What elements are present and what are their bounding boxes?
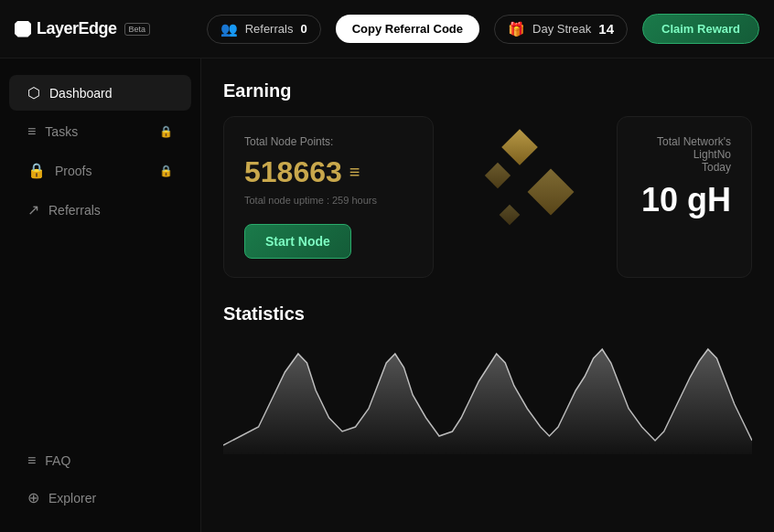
main-content: Earning Total Node Points: 518663 ≡ Tota… <box>201 59 774 532</box>
streak-icon: 🎁 <box>508 21 525 37</box>
diamond-2 <box>485 163 511 188</box>
logo-icon <box>15 21 31 37</box>
sidebar-item-faq[interactable]: ≡ FAQ <box>9 443 191 478</box>
referrals-label: Referrals <box>245 22 294 36</box>
tasks-lock-icon: 🔒 <box>159 125 173 138</box>
referrals-nav-icon: ↗ <box>27 201 39 218</box>
network-value: 10 gH <box>641 181 731 219</box>
layout: ⬡ Dashboard ≡ Tasks 🔒 🔒 Proofs 🔒 ↗ Refer… <box>0 59 774 532</box>
earning-points-value: 518663 ≡ <box>244 155 413 189</box>
beta-badge: Beta <box>124 23 151 36</box>
chart-svg <box>223 335 752 454</box>
referrals-icon: 👥 <box>220 21 238 37</box>
proofs-icon: 🔒 <box>27 162 46 179</box>
diamond-3 <box>528 169 575 216</box>
sidebar-label-dashboard: Dashboard <box>49 86 113 101</box>
streak-count: 14 <box>598 21 614 37</box>
sidebar-label-faq: FAQ <box>45 453 70 468</box>
streak-pill: 🎁 Day Streak 14 <box>494 15 628 44</box>
earning-card: Total Node Points: 518663 ≡ Total node u… <box>223 116 434 278</box>
animation-area <box>452 116 598 244</box>
streak-label: Day Streak <box>532 22 591 36</box>
total-points-label: Total Node Points: <box>244 135 413 148</box>
sidebar: ⬡ Dashboard ≡ Tasks 🔒 🔒 Proofs 🔒 ↗ Refer… <box>0 59 201 532</box>
referrals-count: 0 <box>300 22 306 36</box>
network-panel: Total Network's LightNo Today 10 gH <box>617 116 752 278</box>
tasks-icon: ≡ <box>27 123 36 140</box>
uptime-label: Total node uptime : 259 hours <box>244 195 413 206</box>
diamond-4 <box>500 205 521 226</box>
statistics-section: Statistics <box>223 303 752 454</box>
sidebar-item-tasks[interactable]: ≡ Tasks 🔒 <box>9 114 191 149</box>
proofs-lock-icon: 🔒 <box>159 165 173 177</box>
earning-row: Total Node Points: 518663 ≡ Total node u… <box>223 116 752 278</box>
statistics-title: Statistics <box>223 303 752 325</box>
earning-title: Earning <box>223 80 752 101</box>
chart-area <box>223 349 752 454</box>
logo-text: LayerEdge <box>37 19 117 38</box>
sidebar-bottom: ≡ FAQ ⊕ Explorer <box>0 442 200 517</box>
sidebar-label-tasks: Tasks <box>45 124 78 139</box>
explorer-icon: ⊕ <box>27 489 39 506</box>
dashboard-icon: ⬡ <box>27 84 40 101</box>
sidebar-label-referrals: Referrals <box>48 203 101 218</box>
copy-referral-button[interactable]: Copy Referral Code <box>336 15 479 43</box>
sidebar-item-explorer[interactable]: ⊕ Explorer <box>9 480 191 516</box>
logo: LayerEdge Beta <box>15 19 150 38</box>
diamond-1 <box>501 129 538 165</box>
referrals-pill: 👥 Referrals 0 <box>207 15 321 44</box>
faq-icon: ≡ <box>27 452 36 469</box>
sidebar-label-explorer: Explorer <box>48 491 96 505</box>
statistics-chart <box>223 335 752 454</box>
network-label: Total Network's LightNo Today <box>638 135 731 174</box>
sidebar-item-proofs[interactable]: 🔒 Proofs 🔒 <box>9 153 191 188</box>
sidebar-item-referrals[interactable]: ↗ Referrals <box>9 192 191 228</box>
points-number: 518663 <box>244 155 342 189</box>
header: LayerEdge Beta 👥 Referrals 0 Copy Referr… <box>0 0 774 59</box>
sidebar-item-dashboard[interactable]: ⬡ Dashboard <box>9 75 191 111</box>
sidebar-label-proofs: Proofs <box>55 164 91 178</box>
start-node-button[interactable]: Start Node <box>244 224 351 259</box>
points-icon: ≡ <box>349 162 360 183</box>
claim-reward-button[interactable]: Claim Reward <box>642 14 759 44</box>
